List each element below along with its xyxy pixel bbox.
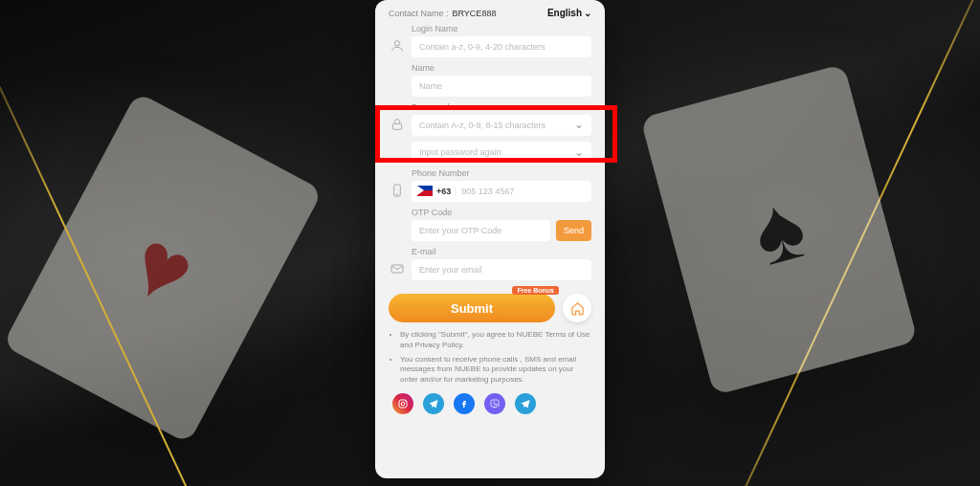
language-label: English xyxy=(547,8,582,18)
terms-item: You consent to receive phone calls , SMS… xyxy=(400,355,591,386)
telegram-icon[interactable] xyxy=(423,393,444,414)
email-input[interactable] xyxy=(412,259,591,280)
deco-card-spades xyxy=(640,64,918,396)
eye-icon[interactable]: ⌄ xyxy=(574,145,584,159)
login-name-label: Login Name xyxy=(412,24,591,33)
svg-rect-4 xyxy=(391,265,403,273)
confirm-password-input[interactable] xyxy=(412,142,591,163)
field-email: E-mail xyxy=(389,247,591,280)
svg-point-7 xyxy=(405,401,406,402)
otp-label: OTP Code xyxy=(412,208,591,217)
email-label: E-mail xyxy=(412,247,591,256)
mail-icon xyxy=(389,260,406,277)
field-phone: Phone Number +63 xyxy=(389,168,591,202)
contact-name-label: Contact Name : xyxy=(389,9,449,18)
registration-form: Contact Name : BRYCE888 English ⌄ Login … xyxy=(375,0,605,478)
send-otp-button[interactable]: Send xyxy=(556,220,591,241)
facebook-icon[interactable] xyxy=(454,393,475,414)
telegram-icon[interactable] xyxy=(515,393,536,414)
field-login-name: Login Name xyxy=(389,24,591,57)
viber-icon[interactable] xyxy=(484,393,505,414)
name-label: Name xyxy=(412,63,591,73)
svg-point-0 xyxy=(394,41,399,46)
field-password: Password ⌄ xyxy=(389,102,591,136)
phone-input[interactable] xyxy=(456,181,591,202)
login-name-input[interactable] xyxy=(412,36,591,57)
language-selector[interactable]: English ⌄ xyxy=(547,8,591,18)
phone-label: Phone Number xyxy=(412,168,591,178)
lock-icon xyxy=(389,116,406,133)
contact-name-value: BRYCE888 xyxy=(453,9,497,18)
svg-point-6 xyxy=(401,402,405,406)
terms-item: By clicking "Submit", you agree to NUEBE… xyxy=(400,330,591,351)
submit-label: Submit xyxy=(451,301,493,316)
country-code[interactable]: +63 xyxy=(436,187,456,196)
instagram-icon[interactable] xyxy=(392,393,413,414)
social-row xyxy=(389,393,591,414)
phone-icon xyxy=(389,182,406,199)
field-confirm-password: ⌄ xyxy=(389,142,591,163)
user-icon xyxy=(389,37,406,55)
submit-button[interactable]: Submit Free Bonus xyxy=(389,294,555,322)
eye-icon[interactable]: ⌄ xyxy=(574,118,584,131)
field-otp: OTP Code Send xyxy=(389,208,591,241)
flag-ph-icon[interactable] xyxy=(417,186,433,196)
name-input[interactable] xyxy=(412,76,591,97)
free-bonus-badge: Free Bonus xyxy=(512,286,559,295)
home-button[interactable] xyxy=(563,294,591,322)
terms-list: By clicking "Submit", you agree to NUEBE… xyxy=(400,330,591,386)
field-name: Name xyxy=(389,63,591,97)
otp-input[interactable] xyxy=(412,220,550,241)
password-input[interactable] xyxy=(412,115,591,136)
chevron-down-icon: ⌄ xyxy=(584,8,591,18)
home-icon xyxy=(570,301,585,316)
svg-rect-1 xyxy=(392,123,401,129)
contact-name: Contact Name : BRYCE888 xyxy=(389,9,496,18)
deco-card-hearts xyxy=(2,92,323,444)
password-label: Password xyxy=(412,102,591,112)
